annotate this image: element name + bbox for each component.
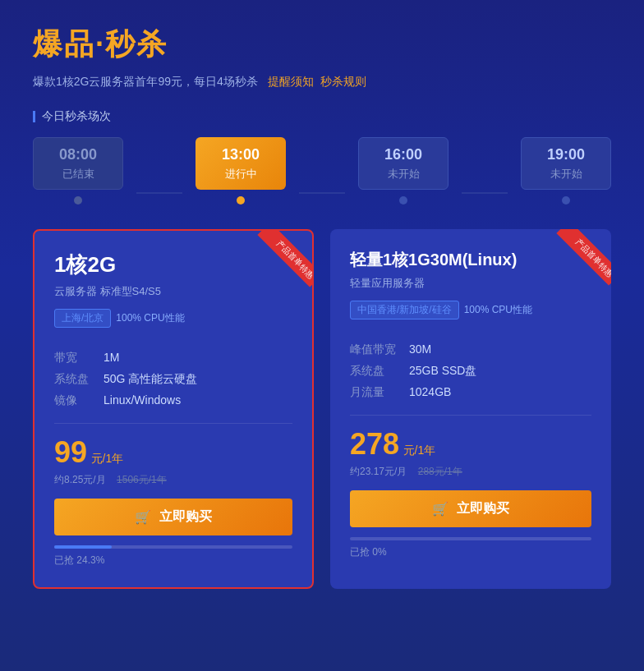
slot-status-0: 已结束 bbox=[62, 167, 94, 182]
timeline-line-2 bbox=[299, 192, 345, 194]
spec-label-1-1: 系统盘 bbox=[350, 364, 409, 379]
slot-indicator-3 bbox=[562, 196, 570, 205]
time-slot-box-3[interactable]: 19:00 未开始 bbox=[521, 137, 611, 190]
progress-bar-container-1 bbox=[350, 537, 591, 540]
time-slot-2[interactable]: 16:00 未开始 bbox=[358, 137, 448, 205]
tag-cpu-row-0: 上海/北京 100% CPU性能 bbox=[54, 309, 292, 339]
price-section-0: 99 元/1年 约8.25元/月 1506元/1年 bbox=[54, 423, 292, 487]
slot-time-3: 19:00 bbox=[547, 146, 585, 163]
price-sub-1: 约23.17元/月 bbox=[350, 466, 407, 477]
buy-label-0: 立即购买 bbox=[159, 508, 212, 526]
ribbon-text-1: 产品首单特惠 bbox=[556, 229, 611, 286]
slot-indicator-2 bbox=[399, 196, 407, 205]
spec-row-1-0: 峰值带宽 30M bbox=[350, 342, 591, 357]
price-original-0: 1506元/1年 bbox=[117, 474, 167, 485]
time-slot-box-2[interactable]: 16:00 未开始 bbox=[358, 137, 448, 190]
spec-row-0-0: 带宽 1M bbox=[54, 351, 292, 365]
spec-label-1-0: 峰值带宽 bbox=[350, 342, 409, 357]
spec-value-0-2: Linux/Windows bbox=[104, 393, 181, 407]
spec-value-1-1: 25GB SSD盘 bbox=[409, 364, 476, 379]
section-title: 今日秒杀场次 bbox=[33, 109, 611, 124]
spec-value-1-0: 30M bbox=[409, 342, 431, 356]
slot-status-1: 进行中 bbox=[225, 167, 257, 182]
buy-label-1: 立即购买 bbox=[457, 500, 509, 517]
price-main-0: 99 bbox=[54, 435, 87, 469]
buy-button-1[interactable]: 🛒 立即购买 bbox=[350, 490, 591, 527]
spec-label-0-2: 镜像 bbox=[54, 393, 104, 408]
slot-status-2: 未开始 bbox=[388, 167, 420, 182]
price-unit-0: 元/1年 bbox=[91, 452, 124, 465]
ribbon-0: 产品首单特惠 bbox=[246, 231, 312, 296]
price-unit-1: 元/1年 bbox=[403, 444, 436, 457]
buy-button-0[interactable]: 🛒 立即购买 bbox=[54, 499, 292, 535]
slot-indicator-1 bbox=[237, 196, 245, 205]
spec-row-0-2: 镜像 Linux/Windows bbox=[54, 393, 292, 408]
cart-icon-1: 🛒 bbox=[432, 501, 448, 517]
spec-label-0-1: 系统盘 bbox=[54, 372, 104, 387]
progress-bar-fill-0 bbox=[54, 545, 112, 549]
slot-time-2: 16:00 bbox=[384, 146, 422, 163]
cart-icon-0: 🛒 bbox=[135, 509, 151, 525]
tag-cpu-row-1: 中国香港/新加坡/硅谷 100% CPU性能 bbox=[350, 301, 591, 331]
spec-value-1-2: 1024GB bbox=[409, 385, 451, 398]
product-card-1: 产品首单特惠 轻量1核1G30M(Linux) 轻量应用服务器 中国香港/新加坡… bbox=[330, 229, 611, 589]
progress-text-0: 已抢 24.3% bbox=[54, 554, 292, 568]
spec-value-0-1: 50G 高性能云硬盘 bbox=[104, 372, 197, 387]
products-grid: 产品首单特惠 1核2G 云服务器 标准型S4/S5 上海/北京 100% CPU… bbox=[33, 229, 611, 589]
time-slot-1[interactable]: 13:00 进行中 bbox=[196, 137, 286, 205]
product-tag-extra-0: 100% CPU性能 bbox=[116, 311, 184, 325]
spec-row-1-1: 系统盘 25GB SSD盘 bbox=[350, 364, 591, 379]
slot-time-1: 13:00 bbox=[222, 146, 260, 163]
time-slot-3[interactable]: 19:00 未开始 bbox=[521, 137, 611, 205]
ribbon-1: 产品首单特惠 bbox=[545, 229, 611, 295]
time-slot-box-1[interactable]: 13:00 进行中 bbox=[196, 137, 286, 190]
price-original-1: 288元/1年 bbox=[418, 466, 462, 477]
price-detail-1: 约23.17元/月 288元/1年 bbox=[350, 465, 591, 479]
subtitle-text: 爆款1核2G云服务器首年99元，每日4场秒杀 bbox=[33, 75, 258, 88]
time-slot-0[interactable]: 08:00 已结束 bbox=[33, 137, 123, 205]
page-container: 爆品·秒杀 爆款1核2G云服务器首年99元，每日4场秒杀 提醒须知 秒杀规则 今… bbox=[0, 0, 644, 671]
price-sub-0: 约8.25元/月 bbox=[54, 474, 106, 485]
product-tag-1: 中国香港/新加坡/硅谷 bbox=[350, 301, 459, 319]
rules-link[interactable]: 秒杀规则 bbox=[320, 75, 366, 88]
spec-label-0-0: 带宽 bbox=[54, 351, 104, 365]
slot-status-3: 未开始 bbox=[550, 167, 582, 182]
timeline-line-1 bbox=[136, 192, 182, 194]
spec-label-1-2: 月流量 bbox=[350, 385, 409, 400]
page-title: 爆品·秒杀 bbox=[33, 25, 611, 65]
specs-table-1: 峰值带宽 30M 系统盘 25GB SSD盘 月流量 1024GB bbox=[350, 342, 591, 400]
price-main-1: 278 bbox=[350, 427, 399, 461]
time-slots-container: 08:00 已结束 13:00 进行中 16:00 未开始 19:00 bbox=[33, 137, 611, 205]
specs-table-0: 带宽 1M 系统盘 50G 高性能云硬盘 镜像 Linux/Windows bbox=[54, 351, 292, 408]
product-card-0: 产品首单特惠 1核2G 云服务器 标准型S4/S5 上海/北京 100% CPU… bbox=[33, 229, 314, 589]
time-slot-box-0[interactable]: 08:00 已结束 bbox=[33, 137, 123, 190]
slot-indicator-0 bbox=[74, 196, 82, 205]
price-section-1: 278 元/1年 约23.17元/月 288元/1年 bbox=[350, 415, 591, 479]
spec-value-0-0: 1M bbox=[104, 351, 119, 364]
ribbon-text-0: 产品首单特惠 bbox=[257, 231, 312, 287]
reminder-link[interactable]: 提醒须知 bbox=[268, 75, 314, 88]
slot-time-0: 08:00 bbox=[59, 146, 97, 163]
spec-row-0-1: 系统盘 50G 高性能云硬盘 bbox=[54, 372, 292, 387]
product-tag-0: 上海/北京 bbox=[54, 309, 111, 328]
progress-bar-container-0 bbox=[54, 545, 292, 549]
timeline-line-3 bbox=[462, 192, 508, 194]
product-tag-extra-1: 100% CPU性能 bbox=[464, 303, 532, 317]
price-detail-0: 约8.25元/月 1506元/1年 bbox=[54, 473, 292, 487]
progress-text-1: 已抢 0% bbox=[350, 545, 591, 559]
subtitle-row: 爆款1核2G云服务器首年99元，每日4场秒杀 提醒须知 秒杀规则 bbox=[33, 75, 611, 90]
spec-row-1-2: 月流量 1024GB bbox=[350, 385, 591, 400]
